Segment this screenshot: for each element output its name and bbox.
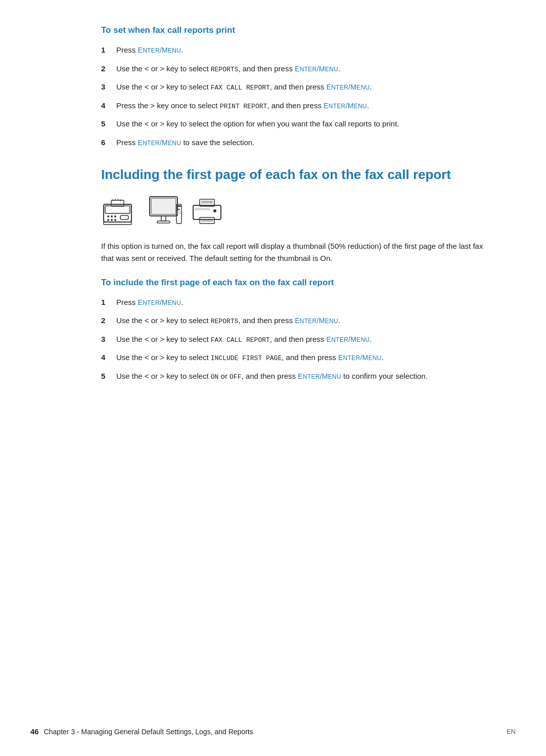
footer-chapter-text: Chapter 3 - Managing General Default Set… xyxy=(44,728,253,736)
off-ref: OFF xyxy=(230,373,241,381)
include-first-page-ref: INCLUDE FIRST PAGE xyxy=(211,354,282,362)
fax-machine-icon xyxy=(101,194,139,227)
enter-menu-ref-6: Enter/Menu xyxy=(138,298,181,306)
section2-heading: Including the first page of each fax on … xyxy=(101,166,485,183)
svg-point-10 xyxy=(107,219,109,221)
svg-rect-16 xyxy=(151,198,176,214)
step-1-2: Use the < or > key to select REPORTS, an… xyxy=(101,63,485,75)
step-2-4-text: Use the < or > key to select INCLUDE FIR… xyxy=(116,352,485,364)
step-2-3-text: Use the < or > key to select FAX CALL RE… xyxy=(116,334,485,345)
step-2-1-text: Press Enter/Menu. xyxy=(116,297,485,308)
svg-rect-17 xyxy=(161,216,166,221)
step-1-3-text: Use the < or > key to select FAX CALL RE… xyxy=(116,81,485,93)
step-1-5-text: Use the < or > key to select the option … xyxy=(116,118,485,130)
step-1-5: Use the < or > key to select the option … xyxy=(101,118,485,130)
step-2-4: Use the < or > key to select INCLUDE FIR… xyxy=(101,352,485,364)
footer-language: EN xyxy=(507,728,516,735)
enter-menu-ref-8: Enter/Menu xyxy=(327,335,370,343)
step-1-6-text: Press Enter/Menu to save the selection. xyxy=(116,137,485,149)
svg-point-11 xyxy=(111,219,113,221)
step-1-2-text: Use the < or > key to select REPORTS, an… xyxy=(116,63,485,75)
step-2-2-text: Use the < or > key to select REPORTS, an… xyxy=(116,315,485,327)
enter-menu-ref-4: Enter/Menu xyxy=(324,102,367,110)
svg-point-31 xyxy=(213,209,216,212)
svg-rect-22 xyxy=(177,211,181,212)
fax-call-report-ref-1: FAX CALL REPORT xyxy=(211,84,270,92)
fax-call-report-ref-2: FAX CALL REPORT xyxy=(211,336,270,344)
svg-rect-13 xyxy=(120,215,128,219)
section2-steps-list: Press Enter/Menu. Use the < or > key to … xyxy=(101,297,485,382)
printer-icon xyxy=(191,194,226,227)
svg-rect-1 xyxy=(105,206,130,213)
step-1-3: Use the < or > key to select FAX CALL RE… xyxy=(101,81,485,93)
svg-rect-18 xyxy=(157,221,170,223)
step-2-2: Use the < or > key to select REPORTS, an… xyxy=(101,315,485,327)
enter-menu-ref-1: Enter/Menu xyxy=(138,46,181,54)
svg-point-12 xyxy=(114,219,116,221)
svg-point-9 xyxy=(114,215,116,217)
page-footer: 46 Chapter 3 - Managing General Default … xyxy=(0,727,546,736)
enter-menu-ref-10: Enter/Menu xyxy=(298,372,341,380)
svg-rect-20 xyxy=(177,205,181,207)
step-1-4: Press the > key once to select PRINT REP… xyxy=(101,100,485,112)
section1-steps-list: Press Enter/Menu. Use the < or > key to … xyxy=(101,45,485,148)
enter-menu-ref-7: Enter/Menu xyxy=(295,317,338,325)
computer-monitor-icon xyxy=(147,194,183,227)
svg-rect-2 xyxy=(111,200,124,206)
step-1-4-text: Press the > key once to select PRINT REP… xyxy=(116,100,485,112)
section2-subheading: To include the first page of each fax on… xyxy=(101,278,485,288)
enter-menu-ref-2: Enter/Menu xyxy=(295,65,338,73)
svg-rect-28 xyxy=(200,217,214,224)
on-ref: ON xyxy=(211,373,219,381)
svg-rect-23 xyxy=(177,213,181,214)
step-1-1: Press Enter/Menu. xyxy=(101,45,485,56)
step-1-6: Press Enter/Menu to save the selection. xyxy=(101,137,485,149)
step-1-1-text: Press Enter/Menu. xyxy=(116,45,485,56)
reports-ref-1: REPORTS xyxy=(211,66,239,73)
device-icons-row xyxy=(101,194,485,227)
step-2-1: Press Enter/Menu. xyxy=(101,297,485,308)
page-container: To set when fax call reports print Press… xyxy=(0,0,546,429)
step-2-3: Use the < or > key to select FAX CALL RE… xyxy=(101,334,485,345)
footer-page-number: 46 xyxy=(30,727,39,736)
step-2-5: Use the < or > key to select ON or OFF, … xyxy=(101,371,485,382)
svg-rect-32 xyxy=(195,208,210,210)
enter-menu-ref-9: Enter/Menu xyxy=(338,353,382,362)
section1-heading: To set when fax call reports print xyxy=(101,25,485,35)
svg-point-21 xyxy=(178,208,180,210)
section2-description: If this option is turned on, the fax cal… xyxy=(101,240,485,264)
print-report-ref: PRINT REPORT xyxy=(220,103,267,110)
svg-rect-14 xyxy=(104,222,131,225)
step-2-5-text: Use the < or > key to select ON or OFF, … xyxy=(116,371,485,382)
enter-menu-ref-5: Enter/Menu xyxy=(138,139,181,147)
enter-menu-ref-3: Enter/Menu xyxy=(327,83,370,91)
svg-point-7 xyxy=(107,215,109,217)
reports-ref-2: REPORTS xyxy=(211,318,239,325)
footer-left: 46 Chapter 3 - Managing General Default … xyxy=(30,727,253,736)
svg-point-8 xyxy=(111,215,113,217)
